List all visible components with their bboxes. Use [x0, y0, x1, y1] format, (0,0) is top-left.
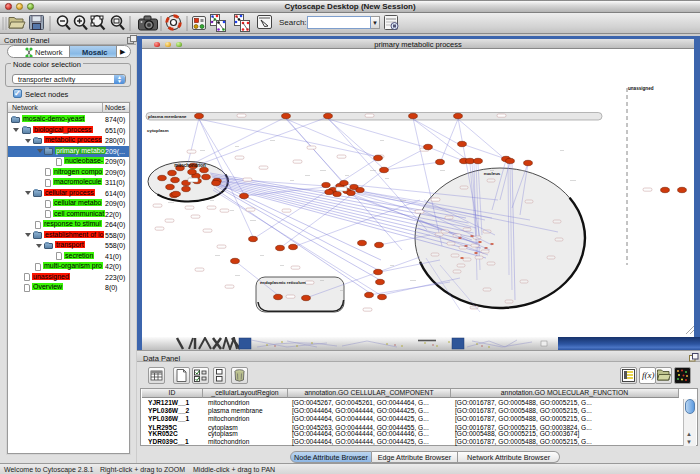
svg-text:cytoplasm: cytoplasm: [147, 128, 169, 133]
svg-text:endoplasmic reticulum: endoplasmic reticulum: [260, 280, 306, 285]
svg-text:unassigned: unassigned: [628, 86, 654, 91]
svg-text:nucleus: nucleus: [484, 171, 501, 176]
svg-text:mitochondrion: mitochondrion: [174, 163, 206, 168]
svg-text:plasma membrane: plasma membrane: [148, 114, 187, 119]
